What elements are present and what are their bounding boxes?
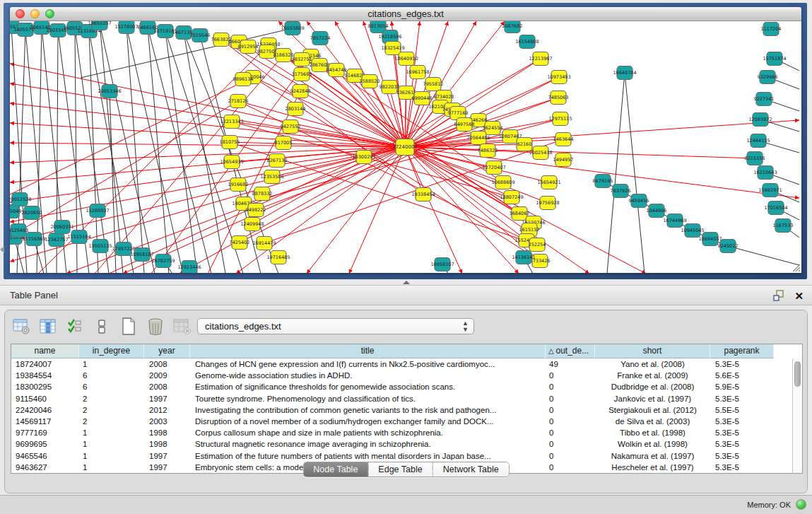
table-cell[interactable]: Estimation of the future numbers of pati… [190, 450, 546, 462]
table-row[interactable]: 1456911722003Disruption of a novel membe… [11, 416, 802, 427]
graph-node[interactable]: 12093872 [748, 113, 772, 127]
table-cell[interactable]: Yano et al. (2008) [595, 358, 710, 370]
graph-node[interactable]: 7425402 [230, 236, 250, 250]
scrollbar-thumb[interactable] [794, 361, 801, 387]
graph-node[interactable]: 9498222 [246, 204, 266, 217]
graph-edge[interactable] [607, 73, 625, 273]
graph-node[interactable]: 2718126 [228, 95, 249, 108]
graph-node[interactable]: 12353586 [260, 170, 283, 184]
graph-node[interactable]: 15751874 [763, 52, 786, 66]
graph-node[interactable]: 13505135 [88, 240, 112, 253]
table-cell[interactable]: 5.3E-5 [710, 427, 774, 438]
table-cell[interactable]: Estimation of significance thresholds fo… [190, 381, 546, 392]
graph-node[interactable]: 15654921 [537, 176, 560, 189]
graph-node[interactable]: 2620650 [22, 206, 42, 220]
table-cell[interactable]: Corpus callosum shape and size in male p… [190, 427, 546, 438]
table-cell[interactable]: de Silva et al. (2003) [595, 416, 710, 427]
splitter-collapse-icon[interactable] [403, 281, 410, 284]
graph-edge[interactable] [405, 147, 755, 158]
graph-node[interactable]: 9227341 [754, 93, 775, 106]
graph-node[interactable]: 8267130 [267, 154, 288, 168]
table-cell[interactable]: Investigating the contribution of common… [190, 404, 546, 416]
network-canvas-container[interactable]: 9405571140557142069140619033453160552871… [10, 21, 801, 273]
table-settings-button[interactable] [12, 317, 30, 336]
table-cell[interactable]: 9465546 [11, 450, 79, 462]
table-cell[interactable]: Nakamura et al. (1997) [595, 450, 710, 462]
graph-node[interactable]: 10688609 [491, 176, 514, 189]
column-header-name[interactable]: name [11, 344, 79, 358]
zoom-window-button[interactable] [45, 9, 54, 18]
table-cell[interactable]: 1998 [144, 438, 190, 450]
table-cell[interactable]: 5.9E-5 [710, 381, 774, 392]
table-cell[interactable]: 1 [79, 427, 144, 438]
graph-node[interactable]: 7485063 [548, 91, 569, 105]
graph-node[interactable]: 9242848 [290, 85, 311, 98]
graph-node[interactable]: 8679195 [593, 175, 613, 188]
table-columns-button[interactable] [39, 317, 57, 336]
table-cell[interactable]: Hescheler et al. (1997) [595, 462, 710, 473]
graph-node[interactable]: 17240007 [392, 139, 418, 156]
graph-node[interactable]: 19338454 [411, 188, 435, 201]
table-cell[interactable]: 2 [79, 404, 144, 416]
table-cell[interactable]: Genome-wide association studies in ADHD. [190, 370, 546, 381]
graph-node[interactable]: 10973493 [547, 71, 570, 84]
table-cell[interactable]: 22420046 [11, 404, 79, 416]
graph-node[interactable]: 11515194 [67, 230, 90, 244]
graph-node[interactable]: 16961758 [406, 66, 429, 79]
graph-node[interactable]: 817005 [275, 136, 293, 150]
graph-node[interactable]: 12213343 [220, 115, 243, 129]
graph-node[interactable]: 9459456 [629, 194, 649, 208]
graph-node[interactable]: 15992971 [758, 184, 782, 197]
table-cell[interactable]: 9463627 [11, 462, 79, 473]
graph-node[interactable]: 1463644 [553, 133, 574, 146]
table-cell[interactable]: 0 [546, 450, 595, 462]
table-cell[interactable]: 14569117 [11, 416, 79, 427]
graph-node[interactable]: 2087682 [502, 21, 523, 33]
graph-node[interactable]: 8215358 [745, 152, 765, 165]
graph-node[interactable]: 15278007 [114, 21, 138, 34]
table-cell[interactable]: 1997 [144, 393, 190, 404]
table-cell[interactable]: 5.5E-5 [710, 404, 774, 416]
table-cell[interactable]: 0 [546, 370, 595, 381]
table-row[interactable]: 1938455462009Genome-wide association stu… [11, 370, 802, 381]
table-cell[interactable]: 1 [79, 462, 144, 473]
graph-node[interactable]: 8186328 [273, 49, 294, 62]
graph-node[interactable]: 6497568 [454, 118, 475, 132]
horizontal-splitter[interactable] [0, 279, 812, 285]
table-cell[interactable]: 1 [79, 450, 144, 462]
column-header-in_degree[interactable]: in_degree [79, 344, 144, 358]
close-window-button[interactable] [16, 9, 25, 18]
table-row[interactable]: 977716911998Corpus callosum shape and si… [11, 427, 802, 438]
table-cell[interactable]: 0 [546, 427, 595, 438]
table-row[interactable]: 969969511998Structural magnetic resonanc… [11, 438, 802, 450]
graph-edge[interactable] [180, 147, 405, 273]
graph-node[interactable]: 252254 [529, 238, 546, 252]
graph-node[interactable]: 8912954 [238, 40, 259, 54]
graph-node[interactable]: 12923446 [177, 261, 201, 274]
graph-edge[interactable] [10, 147, 405, 262]
graph-node[interactable]: 6990448 [412, 92, 433, 105]
tab-network-table[interactable]: Network Table [433, 462, 509, 477]
float-panel-icon[interactable] [773, 290, 784, 301]
graph-edge[interactable] [148, 28, 211, 273]
graph-node[interactable]: 12975115 [548, 112, 572, 126]
table-cell[interactable]: 18724007 [11, 358, 79, 370]
trash-button[interactable] [146, 317, 165, 336]
graph-node[interactable]: 62160 [517, 138, 532, 151]
graph-node[interactable]: 10958107 [430, 258, 454, 271]
table-cell[interactable]: 0 [546, 381, 595, 392]
graph-node[interactable]: 12342757 [45, 233, 68, 247]
graph-node[interactable]: 12444135 [746, 134, 770, 148]
graph-node[interactable]: 1044906 [647, 204, 667, 218]
graph-node[interactable]: 2803144 [286, 103, 306, 116]
table-cell[interactable]: Structural magnetic resonance image aver… [190, 438, 546, 450]
graph-node[interactable]: 9245012 [718, 240, 739, 253]
graph-node[interactable]: 7857224 [310, 32, 331, 45]
graph-node[interactable]: 1588520 [360, 75, 380, 88]
table-cell[interactable]: 6 [79, 381, 144, 392]
graph-edge[interactable] [165, 31, 197, 273]
graph-edge[interactable] [728, 246, 799, 265]
table-cell[interactable]: Franke et al. (2009) [595, 370, 710, 381]
graph-edge[interactable] [405, 147, 799, 198]
graph-node[interactable]: 8454749 [326, 64, 347, 77]
